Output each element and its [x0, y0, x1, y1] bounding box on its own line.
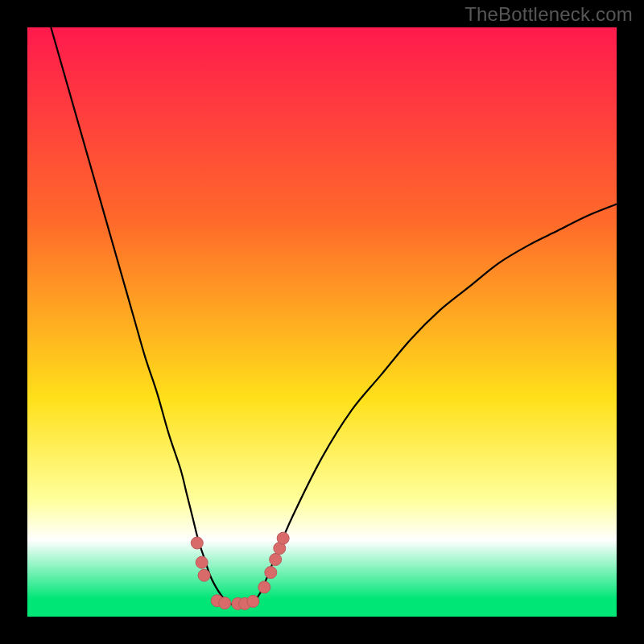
chart-container: { "attribution": "TheBottleneck.com", "c… — [0, 0, 644, 644]
gradient-background — [27, 27, 617, 617]
data-marker — [277, 532, 289, 544]
bottleneck-chart — [0, 0, 644, 644]
data-marker — [265, 567, 277, 579]
data-marker — [258, 581, 270, 593]
data-marker — [191, 537, 203, 549]
data-marker — [247, 595, 259, 607]
data-marker — [219, 597, 231, 609]
data-marker — [198, 569, 210, 581]
data-marker — [270, 553, 282, 565]
data-marker — [196, 556, 208, 568]
attribution-watermark: TheBottleneck.com — [464, 3, 633, 26]
